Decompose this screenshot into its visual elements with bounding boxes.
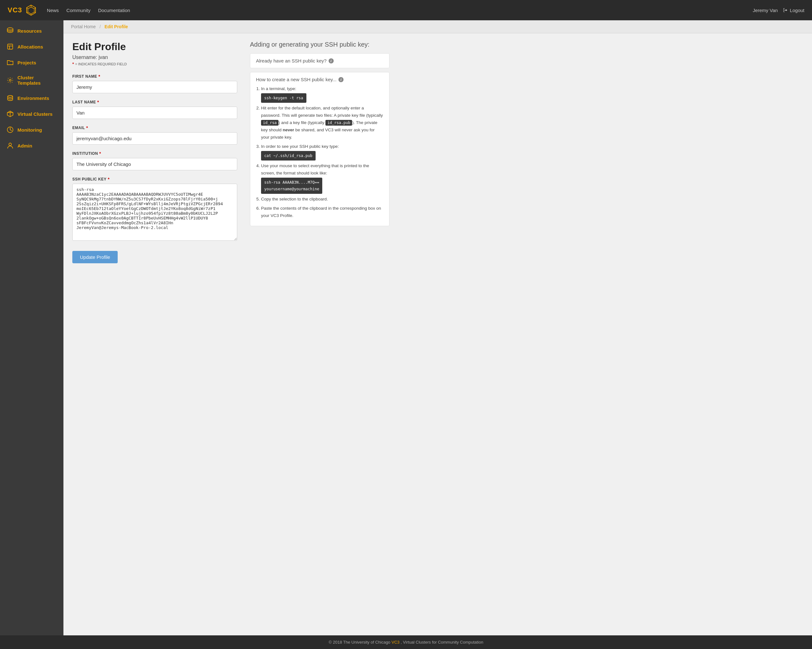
svg-point-8 [7, 28, 13, 30]
edit-profile-wrapper: Edit Profile Username: jvan * = INDICATE… [63, 33, 812, 271]
info-icon-already[interactable]: i [329, 58, 334, 63]
ssh-steps: In a terminal, type: ssh-keygen -t rsa H… [256, 86, 383, 220]
top-navigation: VC3 News Community Documentation Jeremy … [0, 0, 812, 20]
breadcrumb-current: Edit Profile [104, 24, 128, 29]
footer-vc3: VC3 [391, 640, 399, 644]
svg-point-18 [9, 143, 11, 146]
institution-input[interactable] [72, 158, 237, 170]
logout-icon [783, 8, 788, 13]
sidebar-label-projects: Projects [17, 60, 36, 65]
chart-icon [7, 126, 14, 133]
ssh-create-new-card: How to create a new SSH public key... i … [250, 72, 389, 226]
sidebar-item-environments[interactable]: Environments [0, 90, 63, 106]
nav-community[interactable]: Community [66, 6, 90, 14]
last-name-input[interactable] [72, 107, 237, 119]
info-icon-create[interactable]: i [339, 77, 343, 82]
logo[interactable]: VC3 [8, 5, 37, 16]
breadcrumb-separator: / [99, 24, 101, 29]
ssh-already-have-card[interactable]: Already have an SSH public key? i [250, 53, 389, 68]
institution-label: INSTITUTION * [72, 151, 237, 156]
sidebar-label-allocations: Allocations [17, 44, 43, 49]
form-section: Edit Profile Username: jvan * = INDICATE… [72, 41, 237, 263]
ssh-create-new-title: How to create a new SSH public key... i [256, 77, 383, 82]
sidebar-item-virtual-clusters[interactable]: Virtual Clusters [0, 106, 63, 122]
email-label: EMAIL * [72, 125, 237, 130]
box-icon [7, 43, 14, 50]
email-required: * [86, 125, 88, 130]
first-name-label: FIRST NAME * [72, 74, 237, 79]
layers-icon [7, 27, 14, 34]
first-name-group: FIRST NAME * [72, 74, 237, 93]
nav-documentation[interactable]: Documentation [98, 6, 130, 14]
sidebar-item-cluster-templates[interactable]: Cluster Templates [0, 70, 63, 90]
first-name-required: * [98, 74, 100, 79]
sidebar-label-admin: Admin [17, 143, 32, 148]
gear-icon [7, 77, 14, 84]
sidebar-item-projects[interactable]: Projects [0, 55, 63, 70]
required-note: * = INDICATES REQUIRED FIELD [72, 61, 237, 66]
sidebar-item-monitoring[interactable]: Monitoring [0, 122, 63, 137]
institution-required: * [99, 151, 101, 156]
ssh-step-2: Hit enter for the default location, and … [261, 105, 383, 141]
ssh-key-input[interactable]: ssh-rsa AAAAB3NzaC1yc2EAAAADAQABAAAABAQD… [72, 184, 237, 241]
footer: © 2018 The University of Chicago VC3 , V… [0, 635, 812, 649]
user-name: Jeremy Van [753, 8, 778, 13]
ssh-cmd1: ssh-keygen -t rsa [261, 93, 307, 103]
sidebar-label-virtual-clusters: Virtual Clusters [17, 111, 53, 117]
ssh-step-6: Paste the contents of the clipboard in t… [261, 205, 383, 220]
ssh-step-3: In order to see your SSH public key type… [261, 143, 383, 160]
last-name-label: LAST NAME * [72, 99, 237, 105]
footer-suffix: , Virtual Clusters for Community Computa… [401, 640, 483, 644]
page-title: Edit Profile [72, 41, 237, 53]
ssh-step-4: Use your mouse to select everything that… [261, 162, 383, 194]
id-rsa-code: id_rsa [261, 120, 278, 125]
logout-button[interactable]: Logout [783, 8, 804, 13]
svg-rect-9 [8, 44, 13, 49]
sidebar: Resources Allocations Projects Cluster T… [0, 20, 63, 635]
nav-links: News Community Documentation [47, 6, 753, 14]
logo-icon [25, 5, 37, 16]
sidebar-item-resources[interactable]: Resources [0, 23, 63, 39]
ssh-help-title: Adding or generating your SSH public key… [250, 41, 389, 48]
content-area: Portal Home / Edit Profile Edit Profile … [63, 20, 812, 635]
sidebar-item-admin[interactable]: Admin [0, 137, 63, 154]
email-input[interactable] [72, 132, 237, 145]
database-icon [7, 95, 14, 101]
nav-news[interactable]: News [47, 6, 59, 14]
svg-marker-1 [28, 7, 34, 14]
ssh-already-have-title: Already have an SSH public key? i [256, 58, 383, 63]
username-line: Username: jvan [72, 55, 237, 60]
breadcrumb: Portal Home / Edit Profile [63, 20, 812, 33]
svg-point-13 [8, 95, 13, 98]
sidebar-label-cluster-templates: Cluster Templates [17, 75, 58, 86]
ssh-cmd2: cat ~/.ssh/id_rsa.pub [261, 151, 316, 160]
update-profile-button[interactable]: Update Profile [72, 251, 118, 263]
ssh-key-label: SSH PUBLIC KEY * [72, 177, 237, 182]
id-rsa-pub-code: id_rsa.pub [325, 120, 352, 125]
last-name-required: * [98, 99, 99, 105]
ssh-help-section: Adding or generating your SSH public key… [250, 41, 389, 263]
sidebar-label-environments: Environments [17, 95, 49, 101]
required-star: * [72, 61, 74, 66]
svg-point-12 [9, 79, 11, 81]
ssh-step-1: In a terminal, type: ssh-keygen -t rsa [261, 86, 383, 103]
institution-group: INSTITUTION * [72, 151, 237, 170]
last-name-group: LAST NAME * [72, 99, 237, 119]
folder-icon [7, 59, 14, 66]
sidebar-item-allocations[interactable]: Allocations [0, 39, 63, 55]
ssh-step-5: Copy the selection to the clipboard. [261, 196, 383, 203]
ssh-key-required: * [108, 177, 110, 182]
ssh-key-group: SSH PUBLIC KEY * ssh-rsa AAAAB3NzaC1yc2E… [72, 177, 237, 242]
main-layout: Resources Allocations Projects Cluster T… [0, 20, 812, 635]
first-name-input[interactable] [72, 81, 237, 93]
sidebar-label-resources: Resources [17, 28, 42, 34]
topnav-right: Jeremy Van Logout [753, 8, 804, 13]
email-group: EMAIL * [72, 125, 237, 145]
person-icon [7, 142, 14, 149]
ssh-cmd3: ssh-rsa AAAAB3N....M7Q==yourusername@you… [261, 178, 322, 194]
cube-icon [7, 110, 14, 118]
footer-text: © 2018 The University of Chicago [329, 640, 390, 644]
logo-text: VC3 [8, 6, 22, 14]
sidebar-label-monitoring: Monitoring [17, 127, 42, 133]
breadcrumb-home[interactable]: Portal Home [71, 24, 96, 29]
